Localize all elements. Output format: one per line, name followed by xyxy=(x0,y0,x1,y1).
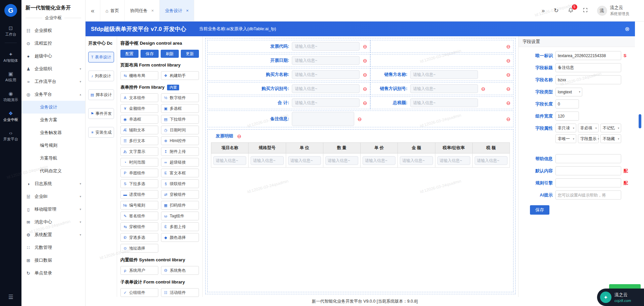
control-address-picker[interactable]: ⊙地址选择 xyxy=(120,244,158,253)
control-amount[interactable]: ¥金额组件 xyxy=(120,104,158,113)
update-button[interactable]: 更新 xyxy=(181,50,199,58)
sidebar-item-enterprise-auth[interactable]: ☷ 企业授权 xyxy=(21,24,85,37)
config-button[interactable]: 配置 xyxy=(120,50,139,58)
seller-tax-id-input[interactable] xyxy=(410,84,478,93)
unique-select[interactable]: 非唯一▾ xyxy=(555,134,576,143)
control-single-image[interactable]: P单图组件 xyxy=(120,169,158,177)
sidebar-subitem-business-plan[interactable]: 业务方案 xyxy=(21,114,85,126)
remove-field-icon[interactable]: ⊖ xyxy=(506,100,511,105)
control-dropdown[interactable]: ▤下拉组件 xyxy=(161,115,199,124)
help-info-input[interactable] xyxy=(555,154,621,163)
refresh-button[interactable]: 刷新 xyxy=(161,50,179,58)
remove-field-icon[interactable]: ⊖ xyxy=(363,72,367,77)
rail-item-ai-agent[interactable]: ✦ AI智能体 xyxy=(3,52,18,63)
control-color-picker[interactable]: ◆颜色选择 xyxy=(161,233,199,242)
control-checkbox[interactable]: ▣多选框 xyxy=(161,104,199,113)
control-grid-layout[interactable]: ⇆栅格布局 xyxy=(120,71,158,80)
sidebar-item-log-system[interactable]: ◑ 日志系统 ▾ xyxy=(21,177,85,190)
sidebar-subitem-number-rule[interactable]: 编号规则 xyxy=(21,139,85,152)
field-buyer-name[interactable]: 购买方名称: ⊖ xyxy=(207,68,370,81)
detail-cell-input[interactable] xyxy=(437,156,470,165)
field-seller-tax-id[interactable]: 销售方识别号: ⊖ ⊖ xyxy=(370,82,514,95)
sidebar-item-mobile-mgmt[interactable]: ▯ 移动端管理 ▾ xyxy=(21,203,85,216)
remove-field-icon[interactable]: ⊖ xyxy=(506,86,511,91)
list-design-button[interactable]: ♪ 列表设计 xyxy=(88,71,114,81)
empty-cell[interactable]: ⊖ xyxy=(370,54,514,67)
control-attachment-upload[interactable]: ↥附件上传 xyxy=(161,147,199,156)
sidebar-item-workflow-platform[interactable]: ≈ 工作流平台 ▾ xyxy=(21,75,85,88)
detail-cell-input[interactable] xyxy=(363,156,395,165)
tab-home[interactable]: ⌂ 首页 xyxy=(100,0,124,21)
control-radio[interactable]: ◉单选框 xyxy=(120,115,158,124)
field-length-input[interactable] xyxy=(555,99,579,108)
invoice-date-input[interactable] xyxy=(292,56,360,65)
rail-item-workbench[interactable]: ⊡ 工作台 xyxy=(5,26,16,37)
invoice-detail-subform[interactable]: 发票明细 ⊖ 项目名称 规格型号 单 位 数 量 单 价 金 额 xyxy=(207,129,514,292)
total-tax-input[interactable] xyxy=(410,98,478,107)
form-design-button[interactable]: T 表单设计 xyxy=(88,52,114,62)
notification-bell-icon[interactable]: 5 xyxy=(568,7,574,14)
fullscreen-icon[interactable] xyxy=(583,7,588,14)
control-time-range[interactable]: ◔时间范围 xyxy=(120,158,158,167)
tab-collab-tasks[interactable]: 协同任务 × xyxy=(124,0,159,21)
default-content-input[interactable] xyxy=(555,166,621,175)
rail-item-dev-platform[interactable]: ‹› 开发平台 xyxy=(3,130,18,141)
detail-cell-input[interactable] xyxy=(325,156,358,165)
detail-cell-input[interactable] xyxy=(288,156,321,165)
sidebar-item-system-config[interactable]: ⚙ 系统配置 ▾ xyxy=(21,228,85,241)
sidebar-item-enterprise-org[interactable]: ♟ 企业组织 ▾ xyxy=(21,62,85,75)
control-helper-text[interactable]: Æ辅助文本 xyxy=(120,126,158,134)
remove-field-icon[interactable]: ⊖ xyxy=(363,58,367,63)
control-build-assistant[interactable]: ❖构建助手 xyxy=(161,71,199,80)
sidebar-item-interface-data[interactable]: ⊞ 接口数据 xyxy=(21,254,85,267)
buyer-tax-id-input[interactable] xyxy=(292,84,360,93)
field-remark[interactable]: 备注信息: ⊖ ⊖ xyxy=(207,111,514,127)
field-title-input[interactable] xyxy=(555,63,621,72)
ai-hint-input[interactable] xyxy=(555,190,621,200)
field-total-tax[interactable]: 总税额: ⊖ xyxy=(370,96,514,109)
sidebar-item-enterprise-bi[interactable]: ☱ 企业BI ▾ xyxy=(21,190,85,203)
hamburger-menu-icon[interactable]: ☰ xyxy=(8,294,13,301)
component-width-input[interactable] xyxy=(555,112,579,121)
hidden-select[interactable]: 不隐藏▾ xyxy=(600,134,621,143)
control-number[interactable]: ½数字组件 xyxy=(161,93,199,102)
sidebar-subitem-code-custom[interactable]: 代码自定义 xyxy=(21,165,85,177)
detail-cell-input[interactable] xyxy=(213,156,246,165)
scrollbar-thumb[interactable] xyxy=(639,114,641,128)
remove-field-icon[interactable]: ⊖ xyxy=(506,58,511,63)
tab-business-design[interactable]: 业务设计 × xyxy=(159,0,195,21)
refresh-icon[interactable]: ↻ xyxy=(554,8,558,13)
field-type-select[interactable]: longtext ▾ xyxy=(555,88,582,96)
close-workbench-icon[interactable]: ⊗ xyxy=(625,26,630,33)
remove-field-icon[interactable]: ⊖ xyxy=(506,72,511,77)
expand-tabs-icon[interactable]: » xyxy=(542,8,545,13)
control-rich-text[interactable]: E富文本框 xyxy=(161,169,199,177)
detail-cell-input[interactable] xyxy=(400,156,433,165)
remark-textarea[interactable] xyxy=(292,112,354,126)
field-invoice-date[interactable]: 开票日期: ⊖ xyxy=(207,54,370,67)
control-subform-activity[interactable]: ☷活动组件 xyxy=(161,288,199,297)
control-transfer-2[interactable]: ⇆穿梭组件 xyxy=(120,222,158,231)
invoice-code-input[interactable] xyxy=(292,42,360,51)
control-multi-select-dropdown[interactable]: S下拉多选 xyxy=(120,179,158,188)
rail-item-ai-app[interactable]: ▣ AI应用 xyxy=(5,71,16,82)
control-drill-multi-select[interactable]: Ð穿透多选 xyxy=(120,233,158,242)
scrollbar-track[interactable] xyxy=(635,36,644,297)
remove-field-icon[interactable]: ⊖ xyxy=(237,134,241,139)
sidebar-item-metadata-mgmt[interactable]: ∷ 元数管理 xyxy=(21,241,85,254)
control-text-display[interactable]: あ文字显示 xyxy=(120,147,158,156)
remove-field-icon[interactable]: ⊖ xyxy=(363,86,367,91)
remove-field-icon[interactable]: ⊖ xyxy=(506,44,511,49)
remove-field-icon[interactable]: ⊖ xyxy=(363,44,367,49)
control-cascade[interactable]: §级联组件 xyxy=(161,179,199,188)
rail-item-feature-demo[interactable]: ◉ 功能演示 xyxy=(3,91,18,102)
app-logo[interactable]: G xyxy=(4,4,17,17)
default-config-button[interactable]: 配 xyxy=(624,166,628,175)
field-seller-name[interactable]: 销售方名称: ⊖ xyxy=(370,68,514,81)
readonly-select[interactable]: 非只读▾ xyxy=(555,124,576,132)
control-subform-group[interactable]: ✓公组组件 xyxy=(120,288,158,297)
save-button[interactable]: 保存 xyxy=(141,50,159,58)
field-name-input[interactable] xyxy=(555,75,621,84)
control-datetime[interactable]: ◷日期时间 xyxy=(161,126,199,134)
detail-cell-input[interactable] xyxy=(251,156,283,165)
